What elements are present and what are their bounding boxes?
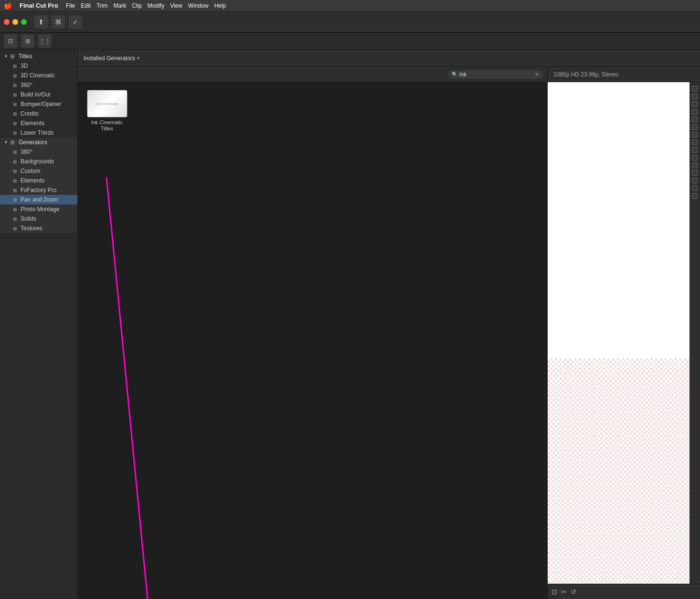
custom-icon: ⊞ [11, 168, 18, 174]
main-layout: ▼ ⊞ Titles ⊞ 3D ⊞ 3D Cinematic ⊞ 360° ⊞ … [0, 50, 700, 599]
titles-arrow-icon: ▼ [4, 54, 8, 59]
search-icon: 🔍 [452, 72, 457, 77]
sidebar-generators-header[interactable]: ▼ ⊞ Generators [0, 138, 77, 147]
checkbox-11[interactable] [692, 162, 698, 168]
sidebar-item-360-label: 360° [21, 82, 32, 88]
sidebar-item-3d-label: 3D [21, 63, 28, 69]
toolbar-btn-1[interactable]: ⬆ [34, 15, 48, 29]
checkbox-6[interactable] [692, 124, 698, 130]
checkbox-12[interactable] [692, 170, 698, 176]
preview-checkboxes [689, 82, 700, 584]
fullscreen-button[interactable] [21, 19, 27, 25]
sidebar-item-textures[interactable]: ⊞ Textures [0, 224, 77, 233]
sidebar-item-gen-360-label: 360° [21, 149, 32, 155]
sidebar-titles-header[interactable]: ▼ ⊞ Titles [0, 52, 77, 61]
sidebar-item-lowerthirds[interactable]: ⊞ Lower Thirds [0, 128, 77, 138]
checkbox-1[interactable] [692, 86, 698, 92]
3d-icon: ⊞ [11, 63, 18, 69]
sidebar-item-photomontage[interactable]: ⊞ Photo Montage [0, 204, 77, 214]
sidebar-item-credits[interactable]: ⊞ Credits [0, 109, 77, 118]
gen-360-icon: ⊞ [11, 149, 18, 155]
checkbox-8[interactable] [692, 139, 698, 145]
titles-section-icon: ⊞ [10, 53, 17, 60]
menu-edit[interactable]: Edit [81, 2, 91, 9]
checkbox-3[interactable] [692, 101, 698, 107]
generators-section-icon: ⊞ [10, 139, 17, 146]
thumbnail-label: Ink Cinematic Titles [85, 119, 128, 132]
checkbox-14[interactable] [692, 185, 698, 191]
checkbox-15[interactable] [692, 193, 698, 199]
sidebar-item-gen-360[interactable]: ⊞ 360° [0, 147, 77, 157]
menu-help[interactable]: Help [214, 2, 226, 9]
browser-title: Installed Generators [84, 55, 135, 62]
content-area: Installed Generators ▾ 🔍 [78, 50, 700, 599]
toolbar-btn-3[interactable]: ✓ [69, 15, 82, 29]
menu-clip[interactable]: Clip [132, 2, 142, 9]
sidebar-item-3d[interactable]: ⊞ 3D [0, 61, 77, 71]
checkbox-5[interactable] [692, 117, 698, 122]
menu-window[interactable]: Window [188, 2, 209, 9]
sidebar-item-custom-label: Custom [21, 168, 40, 174]
panzoom-icon: ⊞ [11, 196, 18, 203]
sidebar-item-backgrounds-label: Backgrounds [21, 158, 54, 165]
browser-panel: 🔍 ✕ Ink Cinematic Ink Cinematic Titles [78, 67, 547, 599]
checkbox-4[interactable] [692, 109, 698, 115]
menu-file[interactable]: File [66, 2, 75, 9]
thumbnail-preview: Ink Cinematic [87, 90, 127, 118]
sidebar-item-buildinout[interactable]: ⊞ Build In/Out [0, 90, 77, 99]
checkbox-2[interactable] [692, 94, 698, 99]
menu-trim[interactable]: Trim [96, 2, 108, 9]
sidebar-item-backgrounds[interactable]: ⊞ Backgrounds [0, 157, 77, 166]
search-wrapper: 🔍 ✕ [448, 70, 543, 79]
sidebar-item-textures-label: Textures [21, 225, 42, 232]
sidebar-item-360[interactable]: ⊞ 360° [0, 80, 77, 90]
preview-row [548, 82, 700, 584]
browser-btn[interactable]: ⊞ [21, 34, 34, 48]
library-btn[interactable]: ⊡ [4, 34, 17, 48]
menu-modify[interactable]: Modify [148, 2, 164, 9]
search-input[interactable] [459, 71, 535, 78]
menu-mark[interactable]: Mark [113, 2, 126, 9]
sidebar-item-bumper[interactable]: ⊞ Bumper/Opener [0, 99, 77, 109]
checkbox-7[interactable] [692, 132, 698, 138]
preview-controls: ⊡ ✂ ↺ [548, 584, 700, 599]
preview-settings-icon[interactable]: ⊡ [552, 588, 557, 596]
generators-arrow-icon: ▼ [4, 140, 8, 145]
toolbar-btn-2[interactable]: ⌘ [52, 15, 65, 29]
sidebar-item-elements[interactable]: ⊞ Elements [0, 118, 77, 128]
apple-logo-icon: 🍎 [4, 2, 12, 10]
buildinout-icon: ⊞ [11, 91, 18, 98]
credits-icon: ⊞ [11, 110, 18, 117]
checkered-bg [548, 358, 689, 584]
browser-content: Ink Cinematic Ink Cinematic Titles [78, 82, 547, 599]
360-icon: ⊞ [11, 82, 18, 88]
preview-scissors-icon[interactable]: ✂ [561, 588, 567, 596]
app-name: Final Cut Pro [20, 2, 58, 9]
sidebar-item-gen-elements[interactable]: ⊞ Elements [0, 176, 77, 185]
sidebar-item-3d-cinematic[interactable]: ⊞ 3D Cinematic [0, 71, 77, 80]
sidebar: ▼ ⊞ Titles ⊞ 3D ⊞ 3D Cinematic ⊞ 360° ⊞ … [0, 50, 78, 599]
checkbox-10[interactable] [692, 155, 698, 160]
preview-rotate-icon[interactable]: ↺ [571, 588, 576, 596]
thumbnail-ink-cinematic[interactable]: Ink Cinematic Ink Cinematic Titles [85, 90, 128, 132]
generator-btn[interactable]: ⋮⋮ [38, 34, 52, 48]
sidebar-item-panzoom[interactable]: ⊞ Pan and Zoom [0, 195, 77, 204]
sidebar-item-solids[interactable]: ⊞ Solids [0, 214, 77, 224]
3d-cinematic-icon: ⊞ [11, 72, 18, 79]
sidebar-item-custom[interactable]: ⊞ Custom [0, 166, 77, 176]
preview-viewport [548, 82, 689, 584]
browser-search-bar: 🔍 ✕ [78, 67, 547, 82]
browser-and-preview: 🔍 ✕ Ink Cinematic Ink Cinematic Titles [78, 67, 700, 599]
menu-view[interactable]: View [170, 2, 182, 9]
close-button[interactable] [4, 19, 10, 25]
sidebar-item-3d-cinematic-label: 3D Cinematic [21, 72, 55, 79]
minimize-button[interactable] [12, 19, 18, 25]
sidebar-item-credits-label: Credits [21, 110, 39, 117]
search-clear-icon[interactable]: ✕ [535, 71, 540, 78]
fxfactory-icon: ⊞ [11, 187, 18, 193]
sidebar-item-fxfactory-label: FxFactory Pro [21, 187, 56, 193]
menu-bar: 🍎 Final Cut Pro File Edit Trim Mark Clip… [0, 0, 700, 11]
checkbox-9[interactable] [692, 147, 698, 153]
sidebar-item-fxfactory[interactable]: ⊞ FxFactory Pro [0, 185, 77, 195]
checkbox-13[interactable] [692, 178, 698, 183]
